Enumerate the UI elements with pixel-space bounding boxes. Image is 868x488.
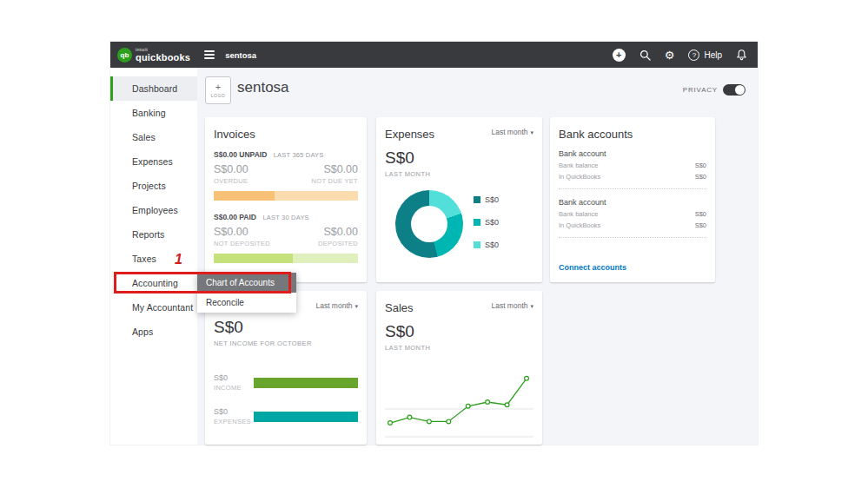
expenses-total: S$0 xyxy=(385,148,533,168)
unpaid-section-header: S$0.00 UNPAID LAST 365 DAYS xyxy=(214,150,358,159)
profit-and-loss-card: Last month ▾ S$0 NET INCOME FOR OCTOBER … xyxy=(205,291,367,445)
submenu-item-chart-of-accounts[interactable]: Chart of Accounts xyxy=(197,273,296,293)
not-deposited-amount: S$0.00 xyxy=(214,226,270,238)
net-income-amount: S$0 xyxy=(214,318,358,337)
expenses-card: Expenses Last month ▾ S$0 LAST MONTH xyxy=(376,117,542,282)
expenses-label: EXPENSES xyxy=(214,418,254,425)
sidebar-item-expenses[interactable]: Expenses xyxy=(110,149,197,174)
unpaid-amounts-row: S$0.00 OVERDUE S$0.00 NOT DUE YET xyxy=(214,163,358,185)
notifications-bell-icon[interactable] xyxy=(736,49,747,61)
brand-prefix: intuit xyxy=(136,48,190,52)
sidebar-item-banking[interactable]: Banking xyxy=(110,101,197,125)
deposited-block: S$0.00 DEPOSITED xyxy=(318,226,358,247)
logo-label: LOGO xyxy=(211,93,225,98)
unpaid-period: LAST 365 DAYS xyxy=(274,151,324,159)
quick-create-plus-icon[interactable]: + xyxy=(613,49,626,62)
sidebar-item-apps[interactable]: Apps xyxy=(110,320,197,344)
sidebar-item-dashboard[interactable]: Dashboard xyxy=(110,76,197,101)
sales-period-dropdown[interactable]: Last month ▾ xyxy=(491,301,533,310)
dashboard-content: + LOGO sentosa PRIVACY Invoices S$0.00 U… xyxy=(197,68,758,445)
company-logo-upload[interactable]: + LOGO xyxy=(205,76,231,104)
profit-loss-period-dropdown[interactable]: Last month ▾ xyxy=(315,301,358,310)
quickbooks-logo[interactable]: qb intuit quickbooks xyxy=(117,48,190,63)
income-labels: S$0 INCOME xyxy=(214,373,254,392)
gear-icon[interactable]: ⚙︎ xyxy=(665,49,675,61)
sidebar-item-reports[interactable]: Reports xyxy=(110,222,197,247)
legend-label: S$0 xyxy=(485,195,499,204)
sidebar-item-projects[interactable]: Projects xyxy=(110,174,197,198)
unpaid-amount: S$0.00 xyxy=(214,150,237,159)
not-due-amount: S$0.00 xyxy=(312,163,358,175)
unpaid-invoices-bar xyxy=(214,191,358,201)
help-button[interactable]: ? Help xyxy=(688,49,722,61)
sidebar-item-my-accountant[interactable]: My Accountant xyxy=(110,295,197,320)
invoices-card: Invoices S$0.00 UNPAID LAST 365 DAYS S$0… xyxy=(205,117,367,282)
help-label: Help xyxy=(704,50,722,60)
plus-icon: + xyxy=(215,82,221,92)
submenu-item-reconcile[interactable]: Reconcile xyxy=(197,293,296,313)
help-icon: ? xyxy=(688,49,699,61)
expenses-bar-track xyxy=(254,412,358,422)
screenshot-canvas: qb intuit quickbooks sentosa + ⚙︎ ? Help xyxy=(0,0,868,488)
income-row: S$0 INCOME xyxy=(214,373,358,392)
expenses-donut xyxy=(395,190,463,258)
hamburger-menu-icon[interactable] xyxy=(204,50,215,59)
paid-label: PAID xyxy=(239,213,256,221)
legend-item: S$0 xyxy=(474,195,499,204)
connect-accounts-link[interactable]: Connect accounts xyxy=(559,263,626,272)
in-quickbooks-label: In QuickBooks xyxy=(559,173,600,181)
in-quickbooks-row: In QuickBooks S$0 xyxy=(559,173,706,181)
brand-name: quickbooks xyxy=(136,53,190,63)
bank-account-name: Bank account xyxy=(559,149,706,158)
income-amount: S$0 xyxy=(214,373,254,382)
legend-item: S$0 xyxy=(474,218,499,227)
expenses-card-header: Expenses Last month ▾ xyxy=(385,128,533,141)
unpaid-label: UNPAID xyxy=(239,150,267,159)
bank-balance-row: Bank balance S$0 xyxy=(559,210,706,218)
expenses-bar xyxy=(254,412,358,422)
accounting-submenu: Chart of Accounts Reconcile xyxy=(197,273,296,313)
paid-amounts-row: S$0.00 NOT DEPOSITED S$0.00 DEPOSITED xyxy=(214,226,358,247)
bank-account-item: Bank account Bank balance S$0 In QuickBo… xyxy=(559,149,706,181)
privacy-toggle[interactable] xyxy=(723,84,745,96)
privacy-label: PRIVACY xyxy=(683,86,718,94)
income-bar-track xyxy=(254,378,358,388)
divider xyxy=(559,237,706,238)
sidebar-item-sales[interactable]: Sales xyxy=(110,125,197,149)
paid-invoices-bar xyxy=(214,254,358,263)
overdue-bar-segment xyxy=(214,191,275,201)
deposited-bar-segment xyxy=(293,254,358,263)
expenses-amount: S$0 xyxy=(214,407,254,416)
quickbooks-app-window: qb intuit quickbooks sentosa + ⚙︎ ? Help xyxy=(110,42,758,445)
chevron-down-icon: ▾ xyxy=(530,129,533,135)
top-navigation-bar: qb intuit quickbooks sentosa + ⚙︎ ? Help xyxy=(110,42,758,68)
expenses-total-label: LAST MONTH xyxy=(385,170,533,178)
legend-item: S$0 xyxy=(474,241,499,249)
income-label: INCOME xyxy=(214,384,254,392)
sidebar-item-accounting[interactable]: Accounting xyxy=(110,271,197,295)
in-quickbooks-value: S$0 xyxy=(695,221,706,229)
bank-account-name: Bank account xyxy=(559,198,706,207)
expenses-period-value: Last month xyxy=(491,128,527,136)
overdue-amount: S$0.00 xyxy=(214,163,248,175)
not-due-bar-segment xyxy=(275,191,358,201)
overdue-block: S$0.00 OVERDUE xyxy=(214,163,248,185)
not-due-block: S$0.00 NOT DUE YET xyxy=(312,163,358,185)
bank-balance-value: S$0 xyxy=(695,162,706,169)
bank-accounts-card: Bank accounts Bank account Bank balance … xyxy=(550,117,715,282)
expenses-period-dropdown[interactable]: Last month ▾ xyxy=(491,128,533,136)
legend-swatch xyxy=(474,241,480,248)
divider xyxy=(559,188,706,189)
not-deposited-label: NOT DEPOSITED xyxy=(214,240,270,247)
paid-section-header: S$0.00 PAID LAST 30 DAYS xyxy=(214,213,358,221)
chevron-down-icon: ▾ xyxy=(530,303,533,309)
bank-balance-label: Bank balance xyxy=(559,210,598,218)
toggle-knob xyxy=(735,85,745,95)
expenses-row: S$0 EXPENSES xyxy=(214,407,358,425)
sidebar-item-employees[interactable]: Employees xyxy=(110,198,197,222)
search-icon[interactable] xyxy=(639,49,651,61)
legend-label: S$0 xyxy=(485,241,499,249)
sidebar-item-taxes[interactable]: Taxes xyxy=(110,247,197,271)
brand-wordmark: intuit quickbooks xyxy=(136,48,190,63)
sales-card: Sales Last month ▾ S$0 LAST MONTH xyxy=(376,291,542,445)
